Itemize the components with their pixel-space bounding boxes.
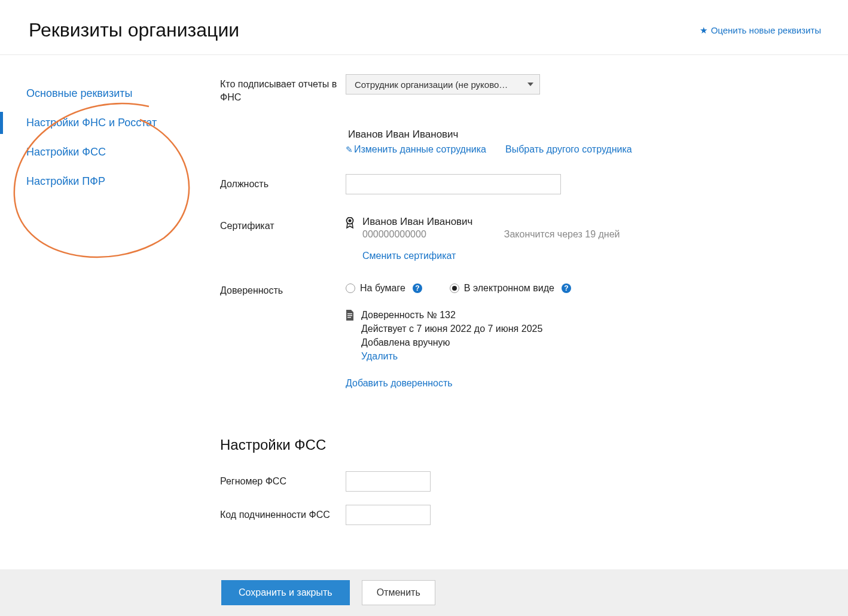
certificate-label: Сертификат [220, 216, 346, 233]
choose-other-employee-link[interactable]: Выбрать другого сотрудника [505, 144, 632, 155]
certificate-serial: 000000000000 [362, 229, 426, 240]
rate-new-link[interactable]: ★ Оценить новые реквизиты [700, 25, 821, 36]
proxy-paper-radio[interactable]: На бумаге ? [346, 283, 422, 294]
sidebar-item-fss[interactable]: Настройки ФСС [0, 138, 215, 167]
cancel-button[interactable]: Отменить [362, 580, 435, 605]
signer-select[interactable]: Сотрудник организации (не руково… [346, 74, 540, 94]
employee-name: Иванов Иван Иванович [348, 129, 824, 141]
proxy-doc-validity: Действует с 7 июня 2022 до 7 июня 2025 [361, 322, 542, 336]
fss-subcode-input[interactable] [346, 505, 431, 525]
signer-label: Кто подписывает отчеты в ФНС [220, 74, 346, 105]
edit-employee-link[interactable]: ✎Изменить данные сотрудника [346, 144, 486, 155]
chevron-down-icon [527, 83, 533, 86]
fss-regnumber-label: Регномер ФСС [220, 471, 346, 488]
proxy-electronic-radio[interactable]: В электронном виде ? [450, 283, 571, 294]
position-input[interactable] [346, 174, 561, 194]
rate-link-label: Оценить новые реквизиты [711, 25, 821, 35]
svg-rect-3 [347, 315, 352, 316]
change-certificate-link[interactable]: Сменить сертификат [362, 251, 456, 261]
position-label: Должность [220, 174, 346, 191]
proxy-paper-label: На бумаге [360, 283, 405, 294]
radio-icon [450, 283, 459, 293]
certificate-ribbon-icon [346, 217, 354, 229]
add-proxy-link[interactable]: Добавить доверенность [346, 378, 453, 388]
sidebar-item-fns-rosstat[interactable]: Настройки ФНС и Росстат [0, 108, 215, 138]
edit-employee-label: Изменить данные сотрудника [354, 144, 486, 154]
fss-section-title: Настройки ФСС [220, 437, 824, 453]
sidebar-item-basic[interactable]: Основные реквизиты [0, 79, 215, 108]
save-button[interactable]: Сохранить и закрыть [221, 580, 350, 605]
radio-icon [346, 283, 355, 293]
pencil-icon: ✎ [346, 145, 353, 154]
svg-rect-4 [347, 317, 351, 318]
proxy-doc-title: Доверенность № 132 [361, 308, 542, 322]
fss-regnumber-input[interactable] [346, 471, 431, 492]
proxy-electronic-label: В электронном виде [464, 283, 554, 294]
fss-subcode-label: Код подчиненности ФСС [220, 505, 346, 522]
help-icon[interactable]: ? [413, 283, 422, 293]
certificate-owner: Иванов Иван Иванович [362, 216, 824, 228]
proxy-label: Доверенность [220, 280, 346, 297]
svg-point-1 [349, 219, 352, 222]
help-icon[interactable]: ? [562, 283, 571, 293]
proxy-doc-added: Добавлена вручную [361, 336, 542, 349]
sidebar-item-pfr[interactable]: Настройки ПФР [0, 167, 215, 196]
footer-bar: Сохранить и закрыть Отменить [0, 569, 848, 616]
star-icon: ★ [700, 25, 707, 36]
signer-select-value: Сотрудник организации (не руково… [355, 80, 508, 90]
svg-rect-2 [347, 313, 352, 314]
sidebar: Основные реквизиты Настройки ФНС и Росст… [0, 69, 215, 616]
document-icon [346, 310, 354, 321]
certificate-expiry: Закончится через 19 дней [504, 229, 620, 240]
proxy-delete-link[interactable]: Удалить [361, 351, 398, 361]
form-area: Кто подписывает отчеты в ФНС Сотрудник о… [215, 69, 848, 616]
page-title: Реквизиты организации [29, 19, 239, 41]
